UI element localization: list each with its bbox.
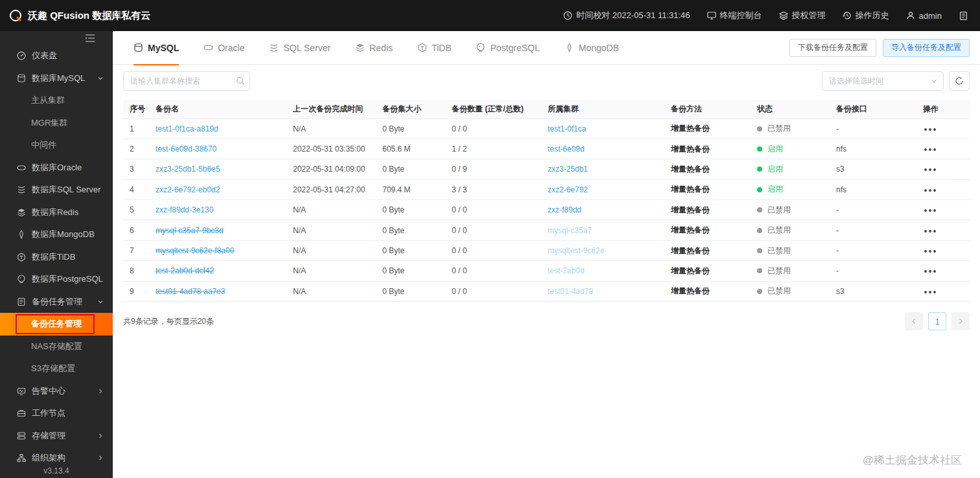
- row-actions-button[interactable]: [923, 165, 937, 174]
- chevron-right-icon: [97, 433, 104, 439]
- search-icon[interactable]: [236, 76, 245, 85]
- sidebar-item-nas-storage-config[interactable]: NAS存储配置: [0, 336, 113, 358]
- table-row: 2 test-6e09d-38670 2022-05-31 03:35:00 6…: [123, 139, 970, 159]
- row-actions-button[interactable]: [923, 206, 937, 215]
- sidebar-item-work-node[interactable]: 工作节点: [0, 402, 113, 425]
- cell-size: 0 Byte: [376, 159, 445, 179]
- tab-postgresql[interactable]: PostgreSQL: [476, 31, 539, 65]
- tab-mysql[interactable]: MySQL: [134, 31, 179, 65]
- prev-page-button[interactable]: [905, 312, 923, 330]
- row-actions-button[interactable]: [923, 186, 937, 195]
- docs-button[interactable]: [959, 11, 968, 21]
- cell-size: 0 Byte: [376, 220, 445, 240]
- sidebar-item-label: 工作节点: [32, 407, 65, 419]
- sidebar-item-label: 存储管理: [32, 430, 65, 442]
- sidebar-item-master-slave-cluster[interactable]: 主从集群: [0, 89, 113, 112]
- sidebar-item-redis[interactable]: 数据库Redis: [0, 201, 113, 224]
- backup-name-link[interactable]: test01-4ad78-aa7e3: [156, 287, 225, 296]
- cell-last-time: 2022-05-31 03:35:00: [286, 139, 376, 159]
- chevron-right-icon: [957, 318, 964, 324]
- sidebar-collapse-button[interactable]: [0, 31, 113, 45]
- sidebar-item-mongodb[interactable]: 数据库MongoDB: [0, 223, 113, 246]
- col-header-cluster: 所属集群: [541, 100, 664, 119]
- row-actions-button[interactable]: [923, 145, 937, 154]
- cluster-link[interactable]: zxz2-6e792: [548, 185, 588, 194]
- sidebar-item-backup-task-management[interactable]: 备份任务管理: [0, 313, 113, 336]
- row-actions-button[interactable]: [923, 288, 937, 297]
- terminal-console-item[interactable]: 终端控制台: [707, 10, 762, 21]
- cluster-link[interactable]: zxz3-25db1: [548, 165, 588, 174]
- clock-icon: [563, 11, 572, 20]
- next-page-button[interactable]: [951, 312, 970, 330]
- cluster-link[interactable]: mysql-c35a7: [548, 226, 592, 235]
- cell-last-time: N/A: [286, 281, 376, 301]
- backup-name-link[interactable]: zxz-f89dd-3e130: [156, 205, 213, 214]
- cell-interface: -: [830, 200, 916, 220]
- tab-sqlserver[interactable]: SQL Server: [269, 31, 331, 65]
- refresh-button[interactable]: [949, 71, 970, 91]
- sidebar-item-dashboard[interactable]: 仪表盘: [0, 45, 113, 67]
- row-actions-button[interactable]: [923, 267, 937, 276]
- backup-name-link[interactable]: zxz2-6e792-eb0d2: [156, 185, 220, 194]
- sidebar-item-mysql[interactable]: 数据库MySQL: [0, 67, 113, 90]
- tab-mongodb[interactable]: MongoDB: [565, 31, 619, 65]
- license-management-item[interactable]: 授权管理: [779, 10, 826, 21]
- time-sync-item[interactable]: 时间校对 2022-05-31 11:31:46: [563, 10, 690, 21]
- user-menu[interactable]: admin: [906, 11, 942, 21]
- page-number-button[interactable]: 1: [928, 312, 946, 330]
- tab-tidb[interactable]: TiDB: [417, 31, 452, 65]
- sidebar-item-sqlserver[interactable]: 数据库SQL Server: [0, 179, 113, 201]
- layers-icon: [779, 11, 788, 20]
- tidb-db-icon: [17, 253, 26, 262]
- backup-table: 序号 备份名 上一次备份完成时间 备份集大小 备份数量 (正常/总数) 所属集群…: [123, 100, 970, 302]
- cell-method: 增量热备份: [671, 266, 710, 275]
- sidebar-item-backup-task-group[interactable]: 备份任务管理: [0, 291, 113, 313]
- sidebar-item-label: 备份任务管理: [32, 296, 82, 308]
- sidebar-item-tidb[interactable]: 数据库TiDB: [0, 246, 113, 269]
- row-actions-button[interactable]: [923, 227, 937, 236]
- cell-index: 2: [123, 139, 149, 159]
- backup-name-link[interactable]: mysql-c35a7-9bc3d: [156, 226, 224, 235]
- cluster-link[interactable]: zxz-f89dd: [548, 205, 581, 214]
- operation-history-item[interactable]: 操作历史: [843, 10, 889, 21]
- db-type-tabbar: MySQL Oracle SQL Server Redis TiDB Postg…: [113, 31, 980, 65]
- import-backup-config-button[interactable]: 导入备份任务及配置: [883, 39, 970, 57]
- sidebar-item-label: 数据库PostgreSQL: [32, 273, 103, 285]
- sidebar-item-storage-management[interactable]: 存储管理: [0, 425, 113, 448]
- cluster-search-input[interactable]: [123, 71, 250, 91]
- sidebar-item-alert-center[interactable]: 告警中心: [0, 380, 113, 403]
- row-actions-button[interactable]: [923, 247, 937, 256]
- backup-name-link[interactable]: test-2ab0d-dcf42: [156, 266, 214, 275]
- status-badge: 启用: [757, 164, 823, 175]
- download-backup-config-button[interactable]: 下载备份任务及配置: [789, 39, 876, 57]
- sidebar-item-label: 数据库MySQL: [32, 73, 85, 84]
- backup-name-link[interactable]: zxz3-25db1-5b6e5: [156, 165, 220, 174]
- cluster-link[interactable]: test01-4ad78: [548, 287, 593, 296]
- cluster-link[interactable]: test-6e09d: [548, 144, 585, 154]
- sidebar-item-middleware[interactable]: 中间件: [0, 134, 113, 157]
- backup-name-link[interactable]: test-6e09d-38670: [156, 144, 216, 154]
- tab-oracle[interactable]: Oracle: [204, 31, 244, 65]
- cluster-link[interactable]: test-2ab0d: [548, 266, 585, 275]
- status-dot: [757, 289, 762, 294]
- backup-name-link[interactable]: mysqltest-9c62e-f8a00: [156, 246, 234, 255]
- sqlserver-db-icon: [17, 185, 26, 194]
- cell-method: 增量热备份: [671, 286, 710, 295]
- cell-last-time: N/A: [286, 261, 376, 281]
- cluster-link[interactable]: mysqltest-9c62e: [548, 246, 604, 255]
- storage-icon: [17, 431, 26, 440]
- time-filter-select[interactable]: 请选择筛选时间: [822, 71, 944, 91]
- sidebar-item-postgresql[interactable]: 数据库PostgreSQL: [0, 268, 113, 291]
- cell-interface: s3: [830, 159, 916, 179]
- backup-name-link[interactable]: test1-0f1ca-a819d: [156, 124, 218, 133]
- row-actions-button[interactable]: [923, 125, 937, 134]
- sidebar-item-s3-storage-config[interactable]: S3存储配置: [0, 358, 113, 380]
- tab-redis[interactable]: Redis: [355, 31, 393, 65]
- col-header-method: 备份方法: [664, 100, 751, 119]
- cluster-link[interactable]: test1-0f1ca: [548, 124, 586, 133]
- redis-tab-icon: [355, 43, 365, 52]
- sidebar-item-oracle[interactable]: 数据库Oracle: [0, 157, 113, 179]
- cell-interface: -: [830, 220, 916, 240]
- topbar: 沃趣 QFusion 数据库私有云 时间校对 2022-05-31 11:31:…: [0, 0, 980, 31]
- sidebar-item-mgr-cluster[interactable]: MGR集群: [0, 112, 113, 135]
